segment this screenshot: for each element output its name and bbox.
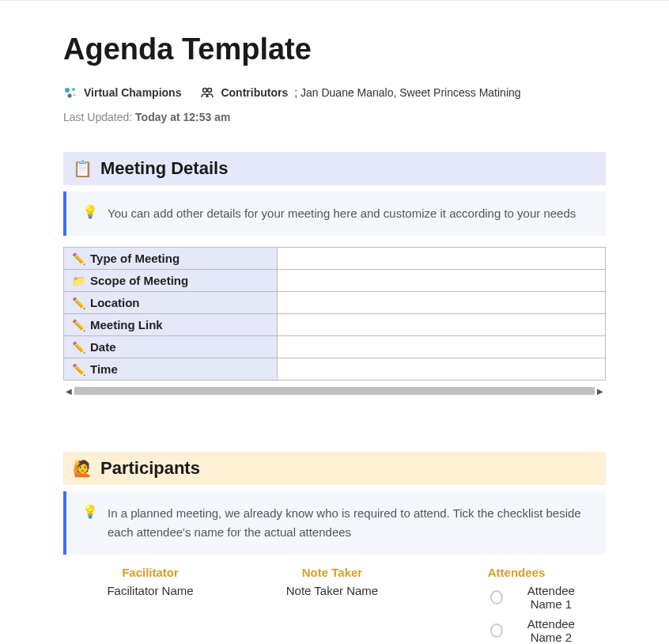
horizontal-scrollbar[interactable]: ◀ ▶ [63, 385, 606, 396]
scope-of-meeting-label[interactable]: 📁Scope of Meeting [64, 270, 278, 292]
last-updated: Last Updated: Today at 12:53 am [63, 111, 606, 123]
pencil-icon: ✏️ [72, 363, 85, 376]
type-of-meeting-label[interactable]: ✏️Type of Meeting [64, 248, 278, 270]
last-updated-label: Last Updated: [63, 111, 135, 123]
svg-point-2 [68, 94, 72, 98]
workspace-name: Virtual Champions [84, 86, 181, 99]
svg-point-1 [72, 88, 75, 91]
attendees-list: Attendee Name 1 Attendee Name 2 Attendee… [443, 584, 590, 644]
attendee-row: Attendee Name 2 [490, 617, 590, 644]
location-label[interactable]: ✏️Location [64, 292, 278, 314]
lightbulb-icon: 💡 [82, 504, 98, 519]
scroll-left-arrow[interactable]: ◀ [63, 385, 74, 396]
date-label[interactable]: ✏️Date [64, 336, 278, 358]
workspace-icon [63, 85, 77, 100]
attendee-checkbox[interactable] [490, 623, 503, 638]
facilitator-header: Facilitator [79, 566, 221, 579]
page-title: Agenda Template [63, 32, 606, 66]
notepad-icon: 📋 [73, 159, 93, 178]
svg-point-0 [65, 88, 70, 93]
meeting-details-header: 📋 Meeting Details [63, 152, 606, 185]
scroll-right-arrow[interactable]: ▶ [595, 385, 606, 396]
facilitator-column: Facilitator Facilitator Name [79, 566, 221, 644]
meeting-link-value[interactable] [278, 314, 606, 336]
participants-title: Participants [100, 458, 200, 479]
meeting-details-callout-text[interactable]: You can add other details for your meeti… [108, 204, 576, 223]
note-taker-header: Note Taker [221, 566, 443, 579]
table-row: ✏️Date [64, 336, 606, 358]
note-taker-name[interactable]: Note Taker Name [221, 584, 443, 597]
meeting-link-label[interactable]: ✏️Meeting Link [64, 314, 278, 336]
time-value[interactable] [278, 358, 606, 381]
facilitator-name[interactable]: Facilitator Name [79, 584, 221, 597]
metadata-row: Virtual Champions Contributors ; Jan Dua… [63, 85, 606, 100]
workspace-tag[interactable]: Virtual Champions [63, 85, 181, 100]
contributors-label: Contributors [221, 86, 288, 99]
attendee-row: Attendee Name 1 [490, 584, 590, 611]
pencil-icon: ✏️ [72, 319, 85, 331]
pencil-icon: ✏️ [72, 252, 85, 265]
table-row: ✏️Type of Meeting [64, 248, 606, 270]
raising-hand-icon: 🙋 [73, 459, 93, 478]
folder-icon: 📁 [72, 275, 85, 287]
svg-point-5 [208, 89, 212, 93]
svg-point-3 [74, 94, 76, 97]
pencil-icon: ✏️ [72, 297, 85, 309]
meeting-details-callout: 💡 You can add other details for your mee… [63, 191, 606, 236]
table-row: ✏️Meeting Link [64, 314, 606, 336]
pencil-icon: ✏️ [72, 341, 85, 354]
svg-point-4 [203, 89, 207, 93]
scope-of-meeting-value[interactable] [278, 270, 606, 292]
participants-callout-text[interactable]: In a planned meeting, we already know wh… [108, 504, 590, 542]
participants-header: 🙋 Participants [63, 452, 606, 485]
time-label[interactable]: ✏️Time [64, 358, 278, 381]
participants-grid: Facilitator Facilitator Name Note Taker … [63, 566, 606, 644]
table-row: ✏️Time [64, 358, 606, 381]
table-row: ✏️Location [64, 292, 606, 314]
note-taker-column: Note Taker Note Taker Name [221, 566, 443, 644]
lightbulb-icon: 💡 [82, 204, 98, 219]
table-row: 📁Scope of Meeting [64, 270, 606, 292]
people-icon [200, 85, 214, 100]
scroll-thumb[interactable] [74, 387, 595, 395]
date-value[interactable] [278, 336, 606, 358]
last-updated-value: Today at 12:53 am [135, 111, 230, 123]
attendees-column: Attendees Attendee Name 1 Attendee Name … [443, 566, 590, 644]
meeting-details-title: Meeting Details [100, 158, 228, 179]
contributors-value: ; Jan Duane Manalo, Sweet Princess Matin… [294, 86, 520, 99]
attendee-name[interactable]: Attendee Name 2 [512, 617, 590, 644]
location-value[interactable] [278, 292, 606, 314]
contributors-tag[interactable]: Contributors ; Jan Duane Manalo, Sweet P… [200, 85, 520, 100]
type-of-meeting-value[interactable] [278, 248, 606, 270]
attendees-header: Attendees [443, 566, 590, 579]
meeting-details-table: ✏️Type of Meeting 📁Scope of Meeting ✏️Lo… [63, 247, 606, 381]
attendee-name[interactable]: Attendee Name 1 [512, 584, 590, 611]
attendee-checkbox[interactable] [490, 590, 503, 604]
participants-callout: 💡 In a planned meeting, we already know … [63, 491, 606, 555]
